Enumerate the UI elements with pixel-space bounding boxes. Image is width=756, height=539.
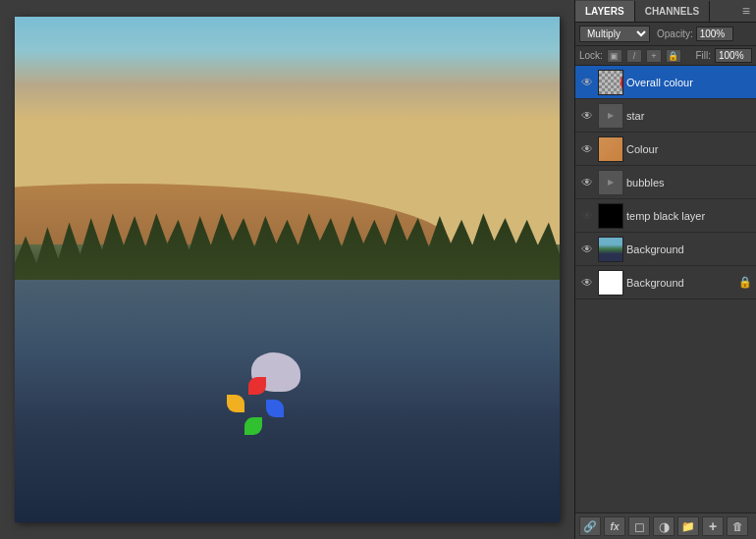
layer-overall-colour[interactable]: 👁 Overall colour (575, 66, 756, 99)
visibility-temp-black[interactable]: 👁 (579, 208, 595, 224)
layer-name-temp-black: temp black layer (626, 210, 752, 222)
panel-tabs-header: LAYERS CHANNELS ≡ (575, 0, 756, 23)
lock-position-icon[interactable]: + (646, 49, 662, 63)
pinwheel-seg1 (248, 377, 266, 395)
layer-name-background-photo: Background (626, 243, 752, 255)
panel-options-button[interactable]: ≡ (736, 0, 756, 22)
layer-name-overall-colour: Overall colour (626, 77, 752, 88)
thumb-star: ▶ (598, 103, 623, 129)
main-container: LAYERS CHANNELS ≡ Multiply Normal Screen… (0, 0, 756, 539)
thumb-background-photo (598, 237, 623, 262)
thumb-background-locked (598, 270, 623, 296)
layer-locked-icon: 🔒 (738, 276, 752, 289)
canvas-decoration (222, 343, 300, 421)
tab-layers[interactable]: LAYERS (575, 1, 635, 22)
layer-name-background-locked: Background (626, 277, 733, 289)
pinwheel-seg3 (244, 417, 262, 435)
layers-panel: LAYERS CHANNELS ≡ Multiply Normal Screen… (574, 0, 756, 539)
layer-effects-button[interactable]: fx (604, 516, 625, 536)
layer-bubbles[interactable]: 👁 ▶ bubbles (575, 166, 756, 199)
thumb-overall-colour (598, 70, 623, 95)
delete-layer-button[interactable]: 🗑 (727, 516, 748, 536)
lock-label: Lock: (579, 50, 603, 61)
layer-background-locked[interactable]: 👁 Background 🔒 (575, 266, 756, 299)
adjustment-layer-button[interactable]: ◑ (653, 516, 675, 536)
thumb-colour (598, 136, 623, 162)
add-mask-button[interactable]: ◻ (628, 516, 650, 536)
link-layers-button[interactable]: 🔗 (579, 516, 601, 536)
canvas-area (0, 0, 574, 539)
lock-image-icon[interactable]: / (626, 49, 642, 63)
layer-star[interactable]: 👁 ▶ star (575, 99, 756, 133)
opacity-label: Opacity: (657, 28, 693, 39)
new-layer-button[interactable]: + (702, 516, 724, 536)
layer-colour[interactable]: 👁 Colour (575, 133, 756, 166)
layer-name-star: star (626, 110, 752, 122)
blend-mode-row: Multiply Normal Screen Overlay Opacity: (575, 23, 756, 46)
lock-all-icon[interactable]: 🔒 (666, 49, 681, 63)
layers-list: 👁 Overall colour 👁 ▶ star 👁 (575, 66, 756, 512)
layers-toolbar: 🔗 fx ◻ ◑ 📁 + 🗑 (575, 512, 756, 539)
tab-channels[interactable]: CHANNELS (635, 1, 711, 22)
group-layers-button[interactable]: 📁 (677, 516, 699, 536)
layer-background-photo[interactable]: 👁 Background (575, 233, 756, 266)
canvas-wrapper (15, 17, 560, 522)
layer-temp-black[interactable]: 👁 temp black layer (575, 199, 756, 233)
visibility-bubbles[interactable]: 👁 (579, 175, 595, 190)
lock-row: Lock: ▣ / + 🔒 Fill: (575, 46, 756, 66)
thumb-temp-black (598, 203, 623, 229)
opacity-input[interactable] (696, 27, 733, 41)
layer-name-bubbles: bubbles (626, 177, 752, 189)
fill-input[interactable] (715, 48, 752, 63)
visibility-star[interactable]: 👁 (579, 108, 595, 124)
visibility-background-locked[interactable]: 👁 (579, 275, 595, 291)
pinwheel-seg2 (266, 400, 284, 417)
lock-transparency-icon[interactable]: ▣ (607, 49, 622, 63)
visibility-colour[interactable]: 👁 (579, 141, 595, 157)
fill-label: Fill: (695, 50, 711, 61)
canvas-image (15, 17, 560, 522)
visibility-background-photo[interactable]: 👁 (579, 242, 595, 257)
pinwheel-seg4 (227, 395, 244, 412)
blend-mode-select[interactable]: Multiply Normal Screen Overlay (579, 26, 650, 42)
thumb-bubbles: ▶ (598, 170, 623, 195)
layer-name-colour: Colour (626, 143, 752, 155)
pinwheel (227, 377, 271, 421)
visibility-overall-colour[interactable]: 👁 (579, 75, 595, 90)
